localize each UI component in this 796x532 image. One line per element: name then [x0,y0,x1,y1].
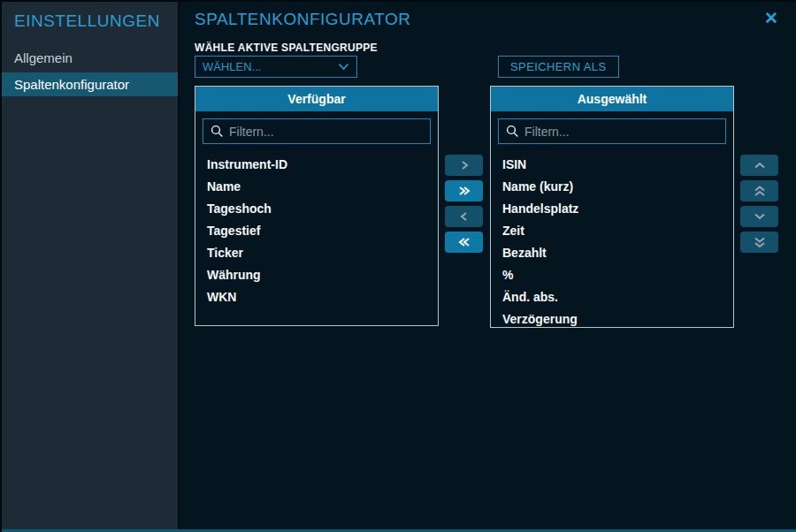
chevron-right-icon [457,160,471,171]
column-group-select[interactable]: WÄHLEN... [195,56,357,78]
chevron-down-icon [754,212,766,221]
available-list-item[interactable]: Name [195,176,438,198]
selected-panel: Ausgewählt ISINName (kurz)HandelsplatzZe… [490,86,734,328]
move-left-button[interactable] [445,206,483,227]
available-list-item[interactable]: Ticker [195,242,438,264]
move-up-button[interactable] [740,155,778,176]
sidebar-item-spaltenkonfigurator[interactable]: Spaltenkonfigurator [2,72,178,96]
chevron-up-icon [754,161,766,170]
move-right-button[interactable] [445,155,483,176]
move-bottom-button[interactable] [740,232,778,253]
chevron-left-icon [457,211,471,222]
available-list: Instrument-IDNameTageshochTagestiefTicke… [195,148,438,308]
settings-dialog: EINSTELLUNGEN Allgemein Spaltenkonfigura… [0,0,796,532]
selected-list-item[interactable]: ISIN [491,154,733,176]
sidebar-item-allgemein[interactable]: Allgemein [2,46,178,70]
available-list-item[interactable]: Instrument-ID [195,154,438,176]
available-panel-header: Verfügbar [195,87,438,111]
selected-list-item[interactable]: Änd. abs. [491,286,733,308]
page-title: SPALTENKONFIGURATOR [195,10,411,29]
double-chevron-right-icon [456,186,472,196]
double-chevron-down-icon [754,236,766,249]
available-filter [203,118,431,144]
sidebar-title: EINSTELLUNGEN [2,2,178,43]
available-list-item[interactable]: Tagestief [195,220,438,242]
selected-list-item[interactable]: % [491,264,733,286]
double-chevron-up-icon [754,185,766,198]
select-value: WÄHLEN... [195,60,338,73]
selected-list-item[interactable]: Handelsplatz [491,198,733,220]
selected-list: ISINName (kurz)HandelsplatzZeitBezahlt%Ä… [491,148,733,331]
selected-list-item[interactable]: Bezahlt [491,242,733,264]
selected-panel-header: Ausgewählt [491,87,733,111]
save-as-button[interactable]: SPEICHERN ALS [498,56,619,78]
move-all-left-button[interactable] [445,232,483,253]
selected-filter [498,118,726,144]
selected-list-item[interactable]: Verzögerung [491,308,733,331]
chevron-down-icon [338,63,356,71]
double-chevron-left-icon [456,237,472,247]
available-list-item[interactable]: Währung [195,264,438,286]
selected-list-item[interactable]: Name (kurz) [491,176,733,198]
main-panel: SPALTENKONFIGURATOR ✕ WÄHLE AKTIVE SPALT… [181,2,796,529]
available-list-item[interactable]: Tageshoch [195,198,438,220]
available-panel: Verfügbar Instrument-IDNameTageshochTage… [195,86,439,326]
transfer-buttons [445,155,483,257]
reorder-buttons [740,155,778,257]
selected-list-item[interactable]: Zeit [491,220,733,242]
selected-filter-input[interactable] [524,125,725,139]
move-down-button[interactable] [740,206,778,227]
close-icon[interactable]: ✕ [764,10,778,27]
search-icon [506,125,519,138]
available-filter-input[interactable] [229,125,430,139]
move-all-right-button[interactable] [445,180,483,201]
search-icon [210,125,224,138]
move-top-button[interactable] [740,180,778,201]
column-group-label: WÄHLE AKTIVE SPALTENGRUPPE [195,42,378,54]
available-list-item[interactable]: WKN [195,286,438,308]
sidebar: EINSTELLUNGEN Allgemein Spaltenkonfigura… [2,2,180,529]
